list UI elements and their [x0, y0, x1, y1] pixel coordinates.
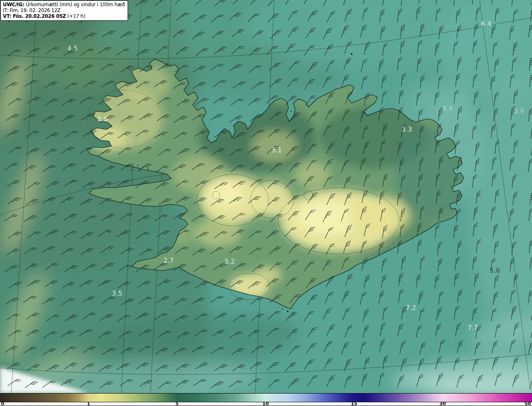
- colorbar-tick-label: 30: [439, 401, 446, 406]
- colorbar-tick-label: 15: [351, 401, 357, 406]
- colorbar-tick-label: 50: [525, 401, 531, 406]
- lead-time: (+17 h): [66, 13, 85, 19]
- title-line-init: IT: Fim. 19. 02. 2026 12Z: [3, 7, 125, 13]
- weather-map-screenshot: 4.56.42.68.48.93.33.11.02.75.23.55.67.27…: [0, 0, 532, 406]
- title-line-valid: VT: Fös. 20.02.2026 05Z (+17 h): [3, 13, 125, 19]
- colorbar-tick-label: 1: [87, 401, 90, 406]
- title-box: UWC/IG: Úrkomumætti (mm) og vindur i 100…: [0, 0, 128, 21]
- title-line-product: UWC/IG: Úrkomumætti (mm) og vindur i 100…: [3, 2, 125, 7]
- colorbar-tick-labels: 01510153050: [0, 402, 532, 406]
- colorbar-tick-label: 5: [175, 401, 179, 406]
- valid-time: VT: Fös. 20.02.2026 05Z: [3, 13, 66, 19]
- weather-map: [0, 0, 532, 393]
- colorbar-tick-label: 10: [262, 401, 268, 406]
- model-id: UWC/IG:: [3, 2, 25, 7]
- product-name: Úrkomumætti (mm) og vindur i 100m hæð: [25, 2, 125, 7]
- colorbar-tick-label: 0: [1, 401, 5, 406]
